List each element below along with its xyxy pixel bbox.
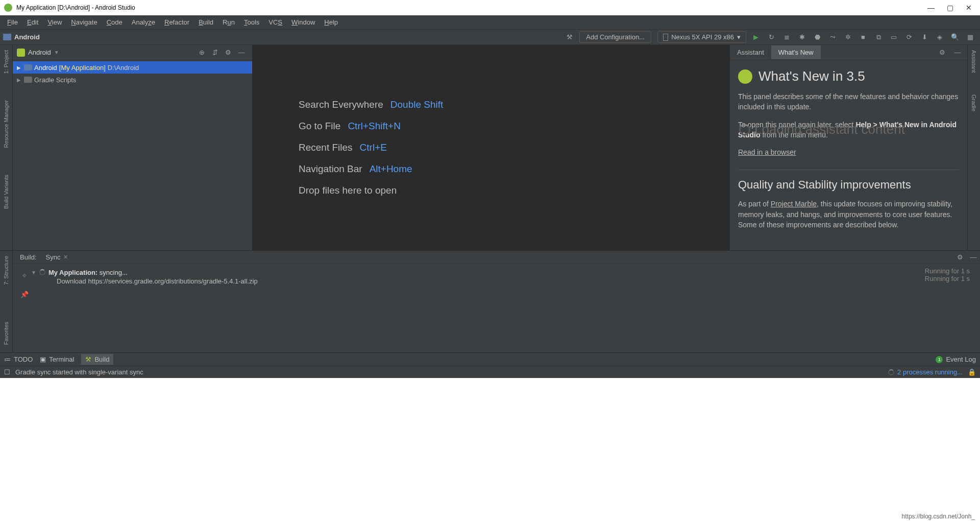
spinner-icon bbox=[739, 124, 750, 135]
tree-module: [My Application] bbox=[59, 64, 106, 72]
menu-file[interactable]: File bbox=[3, 17, 22, 28]
project-panel-header: Android ▼ ⊕ ⇵ ⚙ — bbox=[13, 45, 252, 60]
sdk-icon[interactable]: ⟳ bbox=[902, 31, 916, 44]
breadcrumb-root[interactable]: Android bbox=[14, 33, 40, 41]
build-task-download[interactable]: Download https://services.gradle.org/dis… bbox=[31, 277, 898, 285]
loading-text: Loading assistant content bbox=[754, 122, 905, 137]
attach-icon[interactable]: ⬣ bbox=[811, 31, 824, 44]
project-marble-link[interactable]: Project Marble bbox=[771, 200, 817, 208]
menu-build[interactable]: Build bbox=[194, 17, 217, 28]
search-icon[interactable]: 🔍 bbox=[948, 31, 962, 44]
tree-node-gradle-scripts[interactable]: ▶ Gradle Scripts bbox=[13, 74, 252, 86]
stop-icon[interactable]: ■ bbox=[856, 31, 870, 44]
event-count-badge: 1 bbox=[936, 356, 943, 363]
tab-terminal[interactable]: ▣ Terminal bbox=[40, 356, 74, 363]
sync-icon[interactable]: ⬇ bbox=[918, 31, 931, 44]
section-quality-body: As part of Project Marble, this update f… bbox=[738, 199, 959, 230]
menu-help[interactable]: Help bbox=[320, 17, 342, 28]
app-icon bbox=[4, 4, 12, 12]
minimize-button[interactable]: — bbox=[927, 4, 935, 12]
settings-square-icon[interactable]: ▦ bbox=[964, 31, 977, 44]
gear-icon[interactable]: ⚙ bbox=[222, 46, 235, 59]
bug-icon[interactable]: ✲ bbox=[841, 31, 854, 44]
restart-icon[interactable]: ⟐ bbox=[18, 268, 31, 281]
menu-view[interactable]: View bbox=[43, 17, 66, 28]
expand-arrow-icon[interactable]: ▶ bbox=[17, 77, 22, 83]
project-tool-window: Android ▼ ⊕ ⇵ ⚙ — ▶ Android [My Applicat… bbox=[13, 45, 253, 250]
folder-icon bbox=[3, 34, 11, 40]
status-bar: ☐ Gradle sync started with single-varian… bbox=[0, 366, 980, 378]
bottom-tool-bar: ≔ TODO ▣ Terminal ⚒Build 1Event Log bbox=[0, 352, 980, 366]
emulator-icon[interactable]: ◈ bbox=[933, 31, 946, 44]
loading-indicator: Loading assistant content bbox=[739, 122, 905, 137]
hide-icon[interactable]: — bbox=[235, 46, 248, 59]
menu-analyze[interactable]: Analyze bbox=[128, 17, 159, 28]
close-button[interactable]: ✕ bbox=[966, 4, 972, 12]
menu-refactor[interactable]: Refactor bbox=[160, 17, 193, 28]
coverage-icon[interactable]: ⤳ bbox=[826, 31, 839, 44]
status-icon[interactable]: ☐ bbox=[4, 368, 10, 376]
tab-project[interactable]: 1: Project bbox=[2, 47, 10, 77]
tab-resource-manager[interactable]: Resource Manager bbox=[2, 97, 10, 151]
menu-window[interactable]: Window bbox=[287, 17, 319, 28]
watermark-url: https://blog.csdn.net/Jonh_ bbox=[900, 512, 977, 521]
pin-icon[interactable]: 📌 bbox=[18, 288, 31, 301]
menu-edit[interactable]: Edit bbox=[23, 17, 42, 28]
tab-favorites[interactable]: Favorites bbox=[2, 319, 10, 348]
debug-icon[interactable]: ≣ bbox=[780, 31, 793, 44]
menu-vcs[interactable]: VCS bbox=[264, 17, 286, 28]
read-in-browser-link[interactable]: Read in a browser bbox=[738, 148, 796, 156]
menu-tools[interactable]: Tools bbox=[240, 17, 263, 28]
avd-icon[interactable]: ▭ bbox=[887, 31, 900, 44]
tab-whats-new[interactable]: What's New bbox=[771, 45, 821, 59]
run-icon[interactable]: ▶ bbox=[749, 31, 763, 44]
gear-icon[interactable]: ⚙ bbox=[953, 251, 967, 264]
tab-todo[interactable]: ≔ TODO bbox=[4, 356, 33, 363]
build-tab-sync[interactable]: Sync ✕ bbox=[41, 251, 74, 263]
hide-icon[interactable]: — bbox=[967, 251, 980, 264]
target-icon[interactable]: ⊕ bbox=[195, 46, 208, 59]
hammer-icon: ⚒ bbox=[85, 356, 91, 363]
build-hammer-icon[interactable]: ⚒ bbox=[563, 31, 576, 44]
tree-node-android[interactable]: ▶ Android [My Application] D:\Android bbox=[13, 61, 252, 74]
hide-icon[interactable]: — bbox=[951, 46, 964, 59]
build-tabs: Build: Sync ✕ ⚙ — bbox=[13, 251, 980, 264]
whats-new-intro: This panel describes some of the new fea… bbox=[738, 91, 959, 112]
add-configuration-button[interactable]: Add Configuration... bbox=[579, 31, 651, 43]
tab-build-variants[interactable]: Build Variants bbox=[2, 172, 10, 212]
gear-icon[interactable]: ⚙ bbox=[936, 46, 949, 59]
tab-event-log[interactable]: 1Event Log bbox=[936, 356, 976, 363]
layout-inspector-icon[interactable]: ⧉ bbox=[872, 31, 885, 44]
close-icon[interactable]: ✕ bbox=[63, 254, 68, 260]
collapse-icon[interactable]: ⇵ bbox=[208, 46, 222, 59]
tab-build[interactable]: ⚒Build bbox=[81, 354, 113, 365]
divider bbox=[738, 170, 959, 170]
project-view-label[interactable]: Android bbox=[28, 49, 51, 56]
expand-arrow-icon[interactable]: ▶ bbox=[17, 65, 22, 70]
chevron-down-icon[interactable]: ▼ bbox=[54, 50, 59, 55]
spinner-icon bbox=[888, 369, 894, 375]
hint-label: Drop files here to open bbox=[299, 185, 397, 196]
tab-assistant[interactable]: Assistant bbox=[730, 45, 771, 59]
processes-running-link[interactable]: 2 processes running... bbox=[888, 368, 963, 376]
tab-assistant-right[interactable]: Assistant bbox=[970, 47, 978, 76]
profile-icon[interactable]: ✱ bbox=[795, 31, 808, 44]
menu-code[interactable]: Code bbox=[103, 17, 127, 28]
apply-changes-icon[interactable]: ↻ bbox=[765, 31, 778, 44]
tab-structure[interactable]: 7: Structure bbox=[2, 253, 10, 288]
window-titlebar: My Application [D:\Android] - Android St… bbox=[0, 0, 980, 15]
device-selector[interactable]: Nexus 5X API 29 x86 ▾ bbox=[657, 31, 746, 43]
android-studio-icon bbox=[738, 69, 752, 84]
menu-navigate[interactable]: Navigate bbox=[67, 17, 101, 28]
page-whitespace bbox=[0, 378, 980, 521]
lock-icon[interactable]: 🔒 bbox=[968, 368, 976, 376]
tab-gradle[interactable]: Gradle bbox=[970, 91, 978, 114]
menu-run[interactable]: Run bbox=[218, 17, 239, 28]
build-task-root[interactable]: ▼ My Application: syncing... bbox=[31, 267, 898, 277]
maximize-button[interactable]: ▢ bbox=[947, 4, 953, 12]
hint-shortcut: Ctrl+Shift+N bbox=[348, 121, 400, 132]
hint-shortcut: Ctrl+E bbox=[360, 142, 387, 153]
chevron-down-icon[interactable]: ▼ bbox=[31, 270, 36, 275]
whats-new-heading: What's New in 3.5 bbox=[758, 68, 865, 84]
folder-icon bbox=[24, 64, 32, 70]
